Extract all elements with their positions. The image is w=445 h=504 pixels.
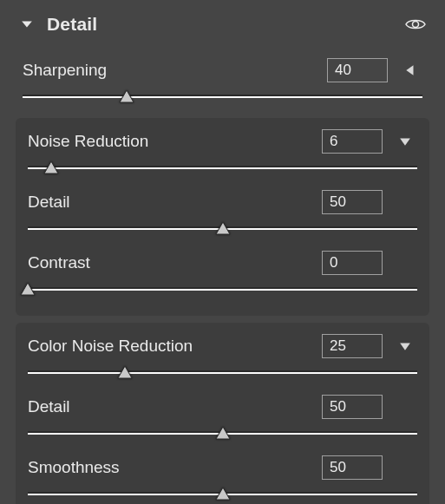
noise-contrast-slider[interactable] <box>28 283 417 304</box>
color-smoothness-label: Smoothness <box>28 458 322 477</box>
color-noise-slider[interactable] <box>28 366 417 387</box>
noise-detail-control: Detail 50 <box>23 182 422 243</box>
noise-reduction-control: Noise Reduction 6 <box>23 121 422 182</box>
panel-title: Detail <box>47 14 405 35</box>
noise-reduction-group: Noise Reduction 6 Detail 50 <box>16 118 429 316</box>
color-noise-label: Color Noise Reduction <box>28 337 322 356</box>
color-detail-control: Detail 50 <box>23 387 422 448</box>
color-noise-collapse-icon[interactable] <box>393 334 417 358</box>
sharpening-slider[interactable] <box>23 90 422 111</box>
slider-thumb-icon[interactable] <box>215 487 231 501</box>
noise-detail-label: Detail <box>28 193 322 212</box>
noise-contrast-label: Contrast <box>28 253 322 272</box>
eye-icon[interactable] <box>405 14 426 35</box>
slider-thumb-icon[interactable] <box>215 221 231 235</box>
panel-header: Detail <box>12 5 433 49</box>
svg-point-0 <box>413 22 419 28</box>
slider-thumb-icon[interactable] <box>20 282 36 296</box>
color-detail-value[interactable]: 50 <box>322 395 383 419</box>
color-detail-label: Detail <box>28 397 322 416</box>
color-detail-slider[interactable] <box>28 427 417 448</box>
noise-detail-value[interactable]: 50 <box>322 190 383 214</box>
color-smoothness-control: Smoothness 50 <box>23 448 422 504</box>
color-noise-value[interactable]: 25 <box>322 334 383 358</box>
color-noise-reduction-group: Color Noise Reduction 25 Detail 50 <box>16 323 429 504</box>
noise-detail-slider[interactable] <box>28 222 417 243</box>
slider-thumb-icon[interactable] <box>215 426 231 440</box>
noise-reduction-label: Noise Reduction <box>28 132 322 151</box>
noise-reduction-value[interactable]: 6 <box>322 129 383 154</box>
color-smoothness-value[interactable]: 50 <box>322 455 383 480</box>
slider-thumb-icon[interactable] <box>117 365 133 379</box>
sharpening-expand-icon[interactable] <box>398 58 422 82</box>
slider-thumb-icon[interactable] <box>43 160 59 174</box>
noise-contrast-value[interactable]: 0 <box>322 251 383 275</box>
detail-panel: Detail Sharpening 40 Noise Reduct <box>0 0 445 504</box>
slider-thumb-icon[interactable] <box>119 89 134 103</box>
noise-contrast-control: Contrast 0 <box>23 243 422 304</box>
sharpening-control: Sharpening 40 <box>12 49 433 111</box>
sharpening-value[interactable]: 40 <box>327 58 388 82</box>
sharpening-label: Sharpening <box>23 61 327 80</box>
color-smoothness-slider[interactable] <box>28 488 417 504</box>
noise-reduction-slider[interactable] <box>28 161 417 182</box>
noise-reduction-collapse-icon[interactable] <box>393 129 417 154</box>
collapse-chevron-icon[interactable] <box>19 16 35 32</box>
color-noise-control: Color Noise Reduction 25 <box>23 326 422 387</box>
